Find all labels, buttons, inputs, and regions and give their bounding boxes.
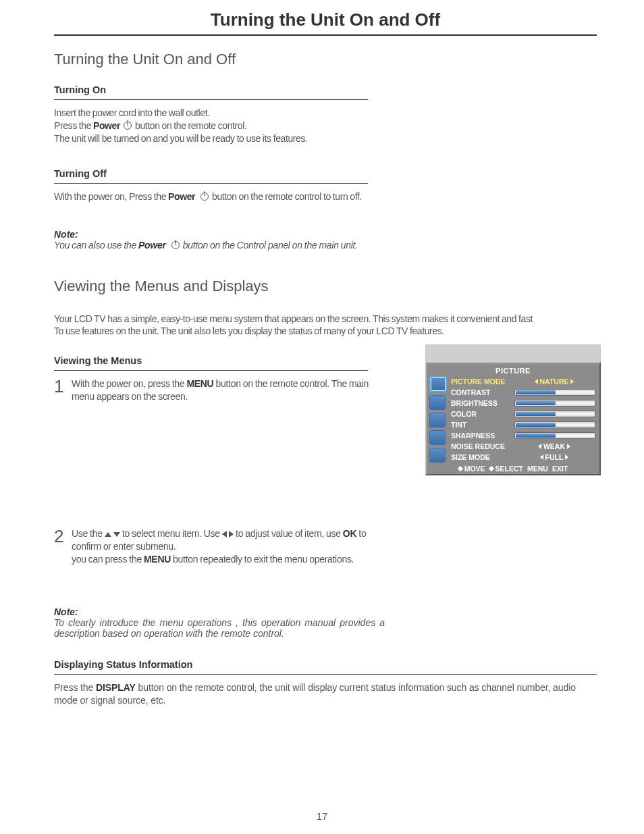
text: EXIT bbox=[552, 465, 568, 473]
left-arrow-icon bbox=[535, 379, 538, 384]
osd-slider-fill bbox=[516, 390, 556, 394]
osd-slider bbox=[514, 400, 595, 407]
osd-slider-fill bbox=[516, 412, 556, 416]
osd-row: BRIGHTNESS bbox=[450, 398, 598, 409]
osd-row-label: SIZE MODE bbox=[451, 453, 513, 461]
display-status-body: Press the DISPLAY button on the remote c… bbox=[54, 681, 597, 707]
up-arrow-icon bbox=[105, 532, 111, 537]
note-label: Note: bbox=[54, 229, 597, 240]
left-arrow-icon bbox=[538, 444, 541, 449]
power-icon bbox=[200, 192, 209, 201]
osd-panel: PICTURE PICTURE MODENATURECONTRASTBRIGHT… bbox=[425, 344, 601, 475]
power-word: Power bbox=[93, 120, 120, 131]
text: Press the bbox=[54, 682, 96, 693]
osd-row: SIZE MODEFULL bbox=[450, 452, 598, 463]
osd-row: CONTRAST bbox=[450, 387, 598, 398]
text: Press the bbox=[54, 120, 93, 131]
osd-select-value: WEAK bbox=[513, 442, 595, 450]
text: With the power on, press the bbox=[72, 378, 186, 389]
osd-slider bbox=[514, 411, 595, 417]
step-number: 1 bbox=[54, 377, 72, 395]
divider bbox=[54, 183, 368, 184]
osd-row-label: NOISE REDUCE bbox=[451, 442, 513, 450]
osd-slider-fill bbox=[516, 401, 556, 405]
osd-row: TINT bbox=[450, 419, 598, 430]
power-icon bbox=[171, 241, 180, 249]
section-viewing-heading: Viewing the Menus and Displays bbox=[54, 278, 597, 295]
text: to select menu item. Use bbox=[122, 528, 222, 539]
divider bbox=[54, 370, 368, 371]
divider bbox=[54, 674, 597, 675]
osd-category-icons bbox=[428, 376, 450, 463]
osd-row-label: SHARPNESS bbox=[451, 432, 513, 440]
text: button repeatedly to exit the menu opera… bbox=[171, 554, 354, 565]
osd-slider bbox=[514, 389, 595, 396]
divider bbox=[54, 99, 368, 100]
text: button on the remote control to turn off… bbox=[210, 191, 362, 202]
text: MENU bbox=[527, 465, 548, 473]
osd-select-value: NATURE bbox=[513, 377, 595, 386]
text: Use the bbox=[72, 528, 105, 539]
step-text: With the power on, press the MENU button… bbox=[72, 377, 392, 403]
left-arrow-icon bbox=[222, 531, 227, 538]
left-arrow-icon bbox=[540, 454, 543, 460]
osd-select-value: FULL bbox=[513, 453, 595, 461]
display-status-heading: Displaying Status Information bbox=[54, 659, 597, 670]
osd-slider-fill bbox=[516, 423, 556, 427]
down-arrow-icon bbox=[113, 532, 120, 537]
osd-value: NATURE bbox=[540, 377, 569, 386]
diamond-icon bbox=[488, 466, 493, 471]
osd-time-icon bbox=[429, 448, 446, 463]
page-title: Turning the Unit On and Off bbox=[54, 9, 597, 36]
osd-footer: MOVE SELECT MENU EXIT bbox=[428, 463, 598, 473]
text: SELECT bbox=[495, 465, 523, 473]
osd-footer-move: MOVE bbox=[458, 465, 485, 473]
turning-on-body: Insert the power cord into the wall outl… bbox=[54, 107, 597, 145]
osd-topbar bbox=[425, 344, 601, 362]
display-word: DISPLAY bbox=[96, 682, 136, 693]
menu-word: MENU bbox=[186, 378, 213, 389]
text: you can press the bbox=[72, 554, 144, 565]
text: button on the Control panel on the main … bbox=[181, 240, 358, 251]
turning-off-heading: Turning Off bbox=[54, 168, 597, 179]
step-number: 2 bbox=[54, 527, 72, 545]
power-word: Power bbox=[168, 191, 195, 202]
osd-row: COLOR bbox=[450, 409, 598, 419]
turning-off-body: With the power on, Press the Power butto… bbox=[54, 190, 597, 203]
text: The unit will be turned on and you will … bbox=[54, 133, 308, 144]
right-arrow-icon bbox=[570, 379, 574, 384]
text: You can also use the bbox=[54, 240, 138, 251]
osd-setup-icon bbox=[429, 430, 446, 445]
osd-row-label: CONTRAST bbox=[451, 388, 513, 396]
text: to adjust value of item, use bbox=[236, 528, 343, 539]
osd-footer-exit: EXIT bbox=[552, 465, 568, 473]
osd-row-label: PICTURE MODE bbox=[451, 377, 513, 386]
text: MOVE bbox=[464, 465, 485, 473]
ok-word: OK bbox=[343, 528, 356, 539]
osd-row: SHARPNESS bbox=[450, 430, 598, 441]
text: To use features on the unit. The unit al… bbox=[54, 325, 444, 336]
page-number: 17 bbox=[0, 810, 644, 822]
osd-footer-menu: MENU bbox=[527, 465, 548, 473]
text: button on the remote control. bbox=[133, 120, 246, 131]
note-label: Note: bbox=[54, 606, 597, 617]
power-icon bbox=[124, 122, 132, 130]
osd-rows: PICTURE MODENATURECONTRASTBRIGHTNESSCOLO… bbox=[450, 376, 598, 463]
power-word: Power bbox=[138, 240, 166, 251]
osd-slider bbox=[514, 432, 595, 439]
turning-on-heading: Turning On bbox=[54, 84, 597, 95]
note-body: To clearly introduce the menu operations… bbox=[54, 617, 385, 639]
step-2: 2 Use the to select menu item. Use to ad… bbox=[54, 527, 597, 566]
right-arrow-icon bbox=[565, 454, 568, 460]
note-body: You can also use the Power button on the… bbox=[54, 240, 597, 251]
section-turning-heading: Turning the Unit On and Off bbox=[54, 51, 597, 68]
osd-slider bbox=[514, 421, 595, 428]
step-text: Use the to select menu item. Use to adju… bbox=[72, 527, 392, 566]
right-arrow-icon bbox=[567, 444, 570, 449]
manual-page: Turning the Unit On and Off Turning the … bbox=[0, 0, 644, 834]
text: With the power on, Press the bbox=[54, 191, 168, 202]
osd-value: WEAK bbox=[543, 442, 565, 450]
osd-sound-icon bbox=[429, 395, 446, 410]
osd-title: PICTURE bbox=[428, 365, 598, 376]
osd-row: NOISE REDUCEWEAK bbox=[450, 441, 598, 452]
